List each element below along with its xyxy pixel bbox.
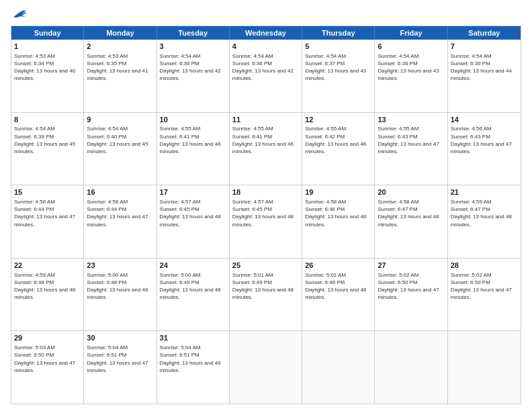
day-info: Sunrise: 5:04 AM Sunset: 6:51 PM Dayligh… xyxy=(160,344,226,374)
day-number: 3 xyxy=(160,42,226,52)
day-header-tuesday: Tuesday xyxy=(157,26,230,40)
day-info: Sunrise: 5:02 AM Sunset: 6:50 PM Dayligh… xyxy=(378,271,444,302)
calendar-day-12: 12Sunrise: 4:55 AM Sunset: 6:42 PM Dayli… xyxy=(302,113,375,185)
day-number: 17 xyxy=(160,187,226,197)
day-number: 18 xyxy=(232,187,299,197)
day-number: 25 xyxy=(232,261,299,271)
day-number: 9 xyxy=(87,115,153,125)
day-info: Sunrise: 5:01 AM Sunset: 6:49 PM Dayligh… xyxy=(305,271,371,302)
day-info: Sunrise: 4:59 AM Sunset: 6:48 PM Dayligh… xyxy=(14,271,81,302)
day-number: 19 xyxy=(305,187,371,197)
day-number: 4 xyxy=(232,42,299,52)
day-number: 16 xyxy=(87,187,153,197)
calendar-day-24: 24Sunrise: 5:00 AM Sunset: 6:49 PM Dayli… xyxy=(157,259,230,331)
calendar-body: 1Sunrise: 4:53 AM Sunset: 6:34 PM Daylig… xyxy=(11,40,521,404)
calendar-header: SundayMondayTuesdayWednesdayThursdayFrid… xyxy=(11,26,521,40)
calendar-day-31: 31Sunrise: 5:04 AM Sunset: 6:51 PM Dayli… xyxy=(157,331,230,404)
calendar-day-19: 19Sunrise: 4:58 AM Sunset: 6:46 PM Dayli… xyxy=(302,185,375,258)
calendar-week-1: 1Sunrise: 4:53 AM Sunset: 6:34 PM Daylig… xyxy=(11,40,521,113)
day-number: 26 xyxy=(305,261,371,271)
logo-bird-icon xyxy=(12,8,27,20)
day-info: Sunrise: 5:02 AM Sunset: 6:50 PM Dayligh… xyxy=(451,271,518,302)
logo xyxy=(11,8,27,20)
page: SundayMondayTuesdayWednesdayThursdayFrid… xyxy=(0,0,532,411)
day-number: 29 xyxy=(14,333,81,343)
calendar-day-7: 7Sunrise: 4:54 AM Sunset: 6:39 PM Daylig… xyxy=(448,40,521,112)
calendar-week-3: 15Sunrise: 4:56 AM Sunset: 6:44 PM Dayli… xyxy=(11,185,521,259)
day-number: 23 xyxy=(87,261,153,271)
day-info: Sunrise: 4:59 AM Sunset: 6:47 PM Dayligh… xyxy=(451,198,518,228)
calendar-day-26: 26Sunrise: 5:01 AM Sunset: 6:49 PM Dayli… xyxy=(302,259,375,331)
calendar-day-10: 10Sunrise: 4:55 AM Sunset: 6:41 PM Dayli… xyxy=(157,113,230,185)
calendar-day-2: 2Sunrise: 4:53 AM Sunset: 6:35 PM Daylig… xyxy=(84,40,157,112)
calendar-day-4: 4Sunrise: 4:54 AM Sunset: 6:36 PM Daylig… xyxy=(230,40,302,112)
day-number: 24 xyxy=(160,261,226,271)
calendar-week-5: 29Sunrise: 5:03 AM Sunset: 6:50 PM Dayli… xyxy=(11,331,521,404)
day-info: Sunrise: 5:03 AM Sunset: 6:50 PM Dayligh… xyxy=(14,344,81,374)
calendar-day-5: 5Sunrise: 4:54 AM Sunset: 6:37 PM Daylig… xyxy=(302,40,375,112)
calendar-day-21: 21Sunrise: 4:59 AM Sunset: 6:47 PM Dayli… xyxy=(448,185,521,258)
day-info: Sunrise: 4:54 AM Sunset: 6:37 PM Dayligh… xyxy=(305,52,371,83)
day-number: 2 xyxy=(87,42,153,52)
day-number: 7 xyxy=(451,42,518,52)
day-info: Sunrise: 4:53 AM Sunset: 6:35 PM Dayligh… xyxy=(87,52,153,83)
day-number: 21 xyxy=(451,187,518,197)
day-number: 31 xyxy=(160,333,226,343)
day-header-friday: Friday xyxy=(375,26,447,40)
day-number: 15 xyxy=(14,187,81,197)
day-number: 27 xyxy=(378,261,444,271)
day-number: 28 xyxy=(451,261,518,271)
calendar-day-20: 20Sunrise: 4:58 AM Sunset: 6:47 PM Dayli… xyxy=(375,185,447,258)
calendar-day-13: 13Sunrise: 4:55 AM Sunset: 6:43 PM Dayli… xyxy=(375,113,447,185)
day-info: Sunrise: 4:55 AM Sunset: 6:41 PM Dayligh… xyxy=(232,125,299,155)
day-info: Sunrise: 4:55 AM Sunset: 6:43 PM Dayligh… xyxy=(378,125,444,155)
day-header-saturday: Saturday xyxy=(448,26,521,40)
calendar-day-3: 3Sunrise: 4:54 AM Sunset: 6:36 PM Daylig… xyxy=(157,40,230,112)
day-info: Sunrise: 4:53 AM Sunset: 6:34 PM Dayligh… xyxy=(14,52,81,83)
calendar-day-23: 23Sunrise: 5:00 AM Sunset: 6:48 PM Dayli… xyxy=(84,259,157,331)
day-info: Sunrise: 5:00 AM Sunset: 6:49 PM Dayligh… xyxy=(160,271,226,302)
day-number: 20 xyxy=(378,187,444,197)
calendar-day-25: 25Sunrise: 5:01 AM Sunset: 6:49 PM Dayli… xyxy=(230,259,302,331)
day-info: Sunrise: 4:56 AM Sunset: 6:43 PM Dayligh… xyxy=(451,125,518,155)
day-info: Sunrise: 4:56 AM Sunset: 6:44 PM Dayligh… xyxy=(14,198,81,228)
day-number: 13 xyxy=(378,115,444,125)
day-info: Sunrise: 4:58 AM Sunset: 6:47 PM Dayligh… xyxy=(378,198,444,228)
day-number: 14 xyxy=(451,115,518,125)
day-info: Sunrise: 5:01 AM Sunset: 6:49 PM Dayligh… xyxy=(232,271,299,302)
calendar-empty-cell xyxy=(375,331,447,404)
calendar-day-30: 30Sunrise: 5:04 AM Sunset: 6:51 PM Dayli… xyxy=(84,331,157,404)
calendar-day-16: 16Sunrise: 4:56 AM Sunset: 6:44 PM Dayli… xyxy=(84,185,157,258)
calendar-empty-cell xyxy=(302,331,375,404)
day-number: 5 xyxy=(305,42,371,52)
day-info: Sunrise: 4:54 AM Sunset: 6:36 PM Dayligh… xyxy=(232,52,299,83)
calendar: SundayMondayTuesdayWednesdayThursdayFrid… xyxy=(11,26,521,404)
calendar-day-1: 1Sunrise: 4:53 AM Sunset: 6:34 PM Daylig… xyxy=(11,40,84,112)
day-info: Sunrise: 5:00 AM Sunset: 6:48 PM Dayligh… xyxy=(87,271,153,302)
day-number: 6 xyxy=(378,42,444,52)
day-info: Sunrise: 4:57 AM Sunset: 6:45 PM Dayligh… xyxy=(232,198,299,228)
calendar-day-9: 9Sunrise: 4:54 AM Sunset: 6:40 PM Daylig… xyxy=(84,113,157,185)
calendar-day-17: 17Sunrise: 4:57 AM Sunset: 6:45 PM Dayli… xyxy=(157,185,230,258)
calendar-day-11: 11Sunrise: 4:55 AM Sunset: 6:41 PM Dayli… xyxy=(230,113,302,185)
header xyxy=(11,8,521,20)
calendar-week-4: 22Sunrise: 4:59 AM Sunset: 6:48 PM Dayli… xyxy=(11,259,521,332)
day-info: Sunrise: 4:56 AM Sunset: 6:44 PM Dayligh… xyxy=(87,198,153,228)
day-info: Sunrise: 4:54 AM Sunset: 6:36 PM Dayligh… xyxy=(160,52,226,83)
calendar-day-8: 8Sunrise: 4:54 AM Sunset: 6:39 PM Daylig… xyxy=(11,113,84,185)
day-info: Sunrise: 4:54 AM Sunset: 6:39 PM Dayligh… xyxy=(451,52,518,83)
calendar-day-15: 15Sunrise: 4:56 AM Sunset: 6:44 PM Dayli… xyxy=(11,185,84,258)
calendar-day-29: 29Sunrise: 5:03 AM Sunset: 6:50 PM Dayli… xyxy=(11,331,84,404)
calendar-day-18: 18Sunrise: 4:57 AM Sunset: 6:45 PM Dayli… xyxy=(230,185,302,258)
day-number: 11 xyxy=(232,115,299,125)
day-info: Sunrise: 4:55 AM Sunset: 6:41 PM Dayligh… xyxy=(160,125,226,155)
day-info: Sunrise: 4:54 AM Sunset: 6:39 PM Dayligh… xyxy=(14,125,81,155)
day-number: 30 xyxy=(87,333,153,343)
calendar-day-28: 28Sunrise: 5:02 AM Sunset: 6:50 PM Dayli… xyxy=(448,259,521,331)
day-number: 12 xyxy=(305,115,371,125)
day-info: Sunrise: 4:57 AM Sunset: 6:45 PM Dayligh… xyxy=(160,198,226,228)
day-number: 22 xyxy=(14,261,81,271)
day-info: Sunrise: 4:58 AM Sunset: 6:46 PM Dayligh… xyxy=(305,198,371,228)
day-info: Sunrise: 4:54 AM Sunset: 6:38 PM Dayligh… xyxy=(378,52,444,83)
day-header-wednesday: Wednesday xyxy=(230,26,302,40)
